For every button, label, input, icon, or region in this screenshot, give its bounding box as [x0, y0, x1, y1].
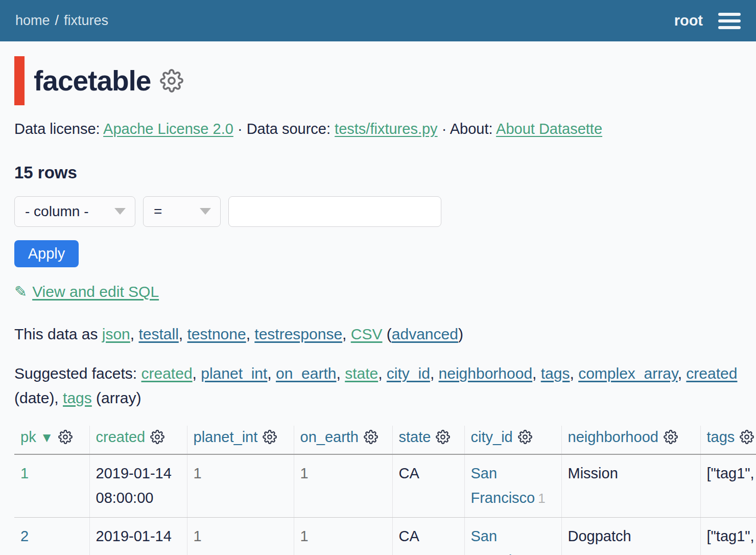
chevron-down-icon — [114, 208, 126, 215]
cell-planet_int: 1 — [187, 454, 294, 517]
table-row: 12019-01-14 08:00:0011CASan Francisco1Mi… — [14, 454, 756, 517]
view-edit-sql-link[interactable]: View and edit SQL — [32, 283, 159, 300]
column-cog-icon-tags[interactable] — [740, 430, 754, 448]
row-pk-link[interactable]: 2 — [20, 528, 29, 544]
view-edit-sql-line: ✎View and edit SQL — [14, 283, 742, 300]
column-header-on_earth[interactable]: on_earth — [300, 429, 359, 445]
data-table-wrapper: pk▼createdplanet_inton_earthstatecity_id… — [14, 426, 756, 555]
export-link-advanced[interactable]: advanced — [392, 326, 458, 342]
column-header-pk[interactable]: pk — [20, 429, 36, 445]
cell-tags: ["tag1", "tag3"] — [700, 517, 756, 555]
filter-value-input[interactable] — [228, 196, 441, 227]
column-cog-icon-state[interactable] — [436, 430, 450, 448]
cell-city-id: San Francisco1 — [464, 517, 561, 555]
column-cog-icon-city_id[interactable] — [518, 430, 532, 448]
breadcrumb-separator: / — [55, 13, 59, 28]
facet-link-tags[interactable]: tags — [541, 365, 570, 382]
cell-state: CA — [392, 454, 464, 517]
pencil-icon: ✎ — [14, 283, 27, 300]
breadcrumb-fixtures-link[interactable]: fixtures — [64, 13, 108, 28]
column-header-state[interactable]: state — [399, 429, 431, 445]
cell-created: 2019-01-14 08:00:00 — [89, 517, 187, 555]
data-table: pk▼createdplanet_inton_earthstatecity_id… — [14, 426, 756, 555]
export-link-testnone[interactable]: testnone — [187, 326, 246, 342]
top-navigation-bar: home/fixtures root — [0, 0, 756, 41]
table-gear-icon[interactable] — [160, 69, 183, 92]
facet-link-complex-array[interactable]: complex_array — [578, 365, 678, 382]
export-link-testall[interactable]: testall — [138, 326, 178, 342]
meta-link-about-datasette[interactable]: About Datasette — [496, 121, 602, 137]
export-link-json[interactable]: json — [102, 326, 130, 342]
column-header-neighborhood[interactable]: neighborhood — [568, 429, 658, 445]
filter-row: - column - = — [14, 196, 742, 227]
page-title: facetable — [34, 64, 151, 97]
column-cog-icon-pk[interactable] — [58, 430, 73, 448]
facet-link-on-earth[interactable]: on_earth — [276, 365, 336, 382]
column-cog-icon-on_earth[interactable] — [364, 430, 378, 448]
facet-link-created[interactable]: created — [141, 365, 193, 382]
filter-column-select[interactable]: - column - — [14, 196, 135, 227]
data-license-line: Data license: Apache License 2.0 · Data … — [14, 119, 742, 140]
column-cog-icon-neighborhood[interactable] — [664, 430, 678, 448]
cell-city-id: San Francisco1 — [464, 454, 561, 517]
cell-city-link[interactable]: San Francisco — [471, 528, 535, 555]
apply-button[interactable]: Apply — [14, 240, 79, 267]
facet-link-tags[interactable]: tags — [63, 389, 92, 406]
row-count-heading: 15 rows — [14, 163, 742, 182]
facet-link-planet-int[interactable]: planet_int — [201, 365, 267, 382]
chevron-down-icon — [200, 208, 211, 215]
column-header-planet_int[interactable]: planet_int — [194, 429, 258, 445]
column-header-city_id[interactable]: city_id — [471, 429, 513, 445]
cell-on_earth: 1 — [294, 517, 392, 555]
cell-neighborhood: Mission — [561, 454, 700, 517]
filter-column-select-value: - column - — [25, 203, 88, 220]
cell-city-fk-value: 1 — [538, 491, 545, 506]
meta-link-tests-fixtures-py[interactable]: tests/fixtures.py — [335, 121, 437, 137]
title-accent-bar — [14, 56, 25, 105]
cell-planet_int: 1 — [187, 517, 294, 555]
cell-on_earth: 1 — [294, 454, 392, 517]
cell-city-link[interactable]: San Francisco — [471, 465, 535, 506]
cell-city-fk-value: 1 — [538, 553, 545, 555]
facet-link-created[interactable]: created — [686, 365, 737, 382]
cell-created: 2019-01-14 08:00:00 — [89, 454, 187, 517]
facet-link-neighborhood[interactable]: neighborhood — [439, 365, 533, 382]
export-link-csv[interactable]: CSV — [351, 326, 383, 342]
meta-link-apache-license-2-0[interactable]: Apache License 2.0 — [103, 121, 233, 137]
suggested-facets-line: Suggested facets: created, planet_int, o… — [14, 361, 742, 410]
breadcrumb-home-link[interactable]: home — [15, 13, 50, 28]
table-row: 22019-01-14 08:00:0011CASan Francisco1Do… — [14, 517, 756, 555]
export-link-testresponse[interactable]: testresponse — [254, 326, 342, 342]
filter-operator-select-value: = — [154, 203, 162, 220]
user-root-link[interactable]: root — [674, 12, 703, 29]
breadcrumb: home/fixtures — [15, 13, 108, 29]
filter-operator-select[interactable]: = — [143, 196, 221, 227]
column-cog-icon-planet_int[interactable] — [263, 430, 277, 448]
hamburger-menu-icon[interactable] — [718, 11, 741, 31]
facet-link-city-id[interactable]: city_id — [387, 365, 430, 382]
page-title-row: facetable — [14, 56, 742, 105]
cell-state: CA — [392, 517, 464, 555]
column-header-tags[interactable]: tags — [707, 429, 735, 445]
cell-neighborhood: Dogpatch — [561, 517, 700, 555]
column-header-created[interactable]: created — [96, 429, 146, 445]
row-pk-link[interactable]: 1 — [20, 465, 29, 481]
column-cog-icon-created[interactable] — [150, 430, 164, 448]
facet-link-state[interactable]: state — [345, 365, 378, 382]
cell-tags: ["tag1", "tag2"] — [700, 454, 756, 517]
sort-descending-icon: ▼ — [40, 430, 54, 445]
export-links-line: This data as json, testall, testnone, te… — [14, 323, 742, 345]
